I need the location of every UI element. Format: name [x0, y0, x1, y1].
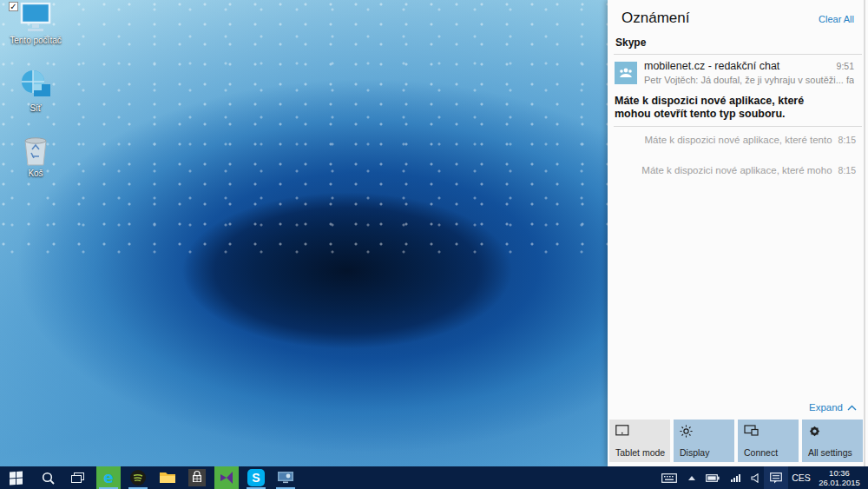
search-button[interactable] [32, 466, 63, 489]
volume-icon[interactable] [746, 466, 764, 489]
quick-action-label: Display [680, 447, 709, 458]
separator [614, 126, 862, 127]
clock[interactable]: 10:36 26.01.2015 [814, 468, 868, 487]
collapsed-notification[interactable]: Máte k dispozici nové aplikace, které mo… [608, 165, 868, 175]
taskbar-app-internet-explorer[interactable]: e [96, 466, 121, 489]
collapsed-notification-text: Máte k dispozici nové aplikace, které te… [645, 135, 832, 145]
action-center-button[interactable] [764, 466, 788, 489]
connect-icon [744, 425, 759, 436]
notification-body: Petr Vojtěch: Já doufal, že ji vyhraju v… [644, 75, 854, 85]
collapsed-notification-time: 8:15 [838, 135, 856, 145]
panel-title: Oznámení [621, 10, 689, 27]
taskbar-app-file-explorer[interactable] [155, 466, 180, 489]
separator [614, 54, 862, 55]
recycle-bin-icon [20, 134, 51, 167]
taskbar-app-skype[interactable]: S [244, 466, 268, 489]
spotify-icon [129, 469, 147, 486]
notification-title: mobilenet.cz - redakční chat [644, 60, 779, 72]
action-center-panel: Oznámení Clear All Skype mobilenet.cz - … [608, 0, 868, 466]
file-explorer-icon [159, 471, 176, 485]
notification-skype[interactable]: mobilenet.cz - redakční chat 9:51 Petr V… [615, 60, 854, 85]
network-signal-icon[interactable] [724, 466, 746, 489]
language-code: CES [792, 472, 811, 483]
clock-time: 10:36 [814, 468, 865, 478]
quick-action-all-settings[interactable]: All settings [802, 420, 863, 462]
quick-actions-row: Tablet mode Display [609, 420, 863, 462]
desktop-icon-recycle-bin[interactable]: Koš [2, 134, 69, 178]
collapsed-notification-time: 8:15 [838, 165, 856, 175]
desktop-icon-label: Síť [30, 103, 41, 113]
taskbar-app-spotify[interactable] [126, 466, 150, 489]
action-center-header: Oznámení Clear All [608, 0, 868, 27]
taskbar-app-windows-store[interactable] [185, 466, 209, 489]
remote-desktop-icon [277, 471, 294, 485]
touch-keyboard-icon[interactable] [656, 466, 682, 489]
network-icon [16, 69, 55, 102]
panel-scrollbar[interactable] [864, 0, 865, 466]
notification-group-app-name[interactable]: Skype [615, 36, 854, 49]
search-icon [42, 472, 55, 485]
show-hidden-icons-button[interactable] [682, 466, 701, 489]
screen: ✓ Tento počítač Síť [0, 0, 868, 489]
quick-action-label: Tablet mode [615, 447, 665, 458]
quick-action-label: Connect [744, 447, 778, 458]
quick-action-label: All settings [808, 447, 852, 458]
collapsed-notification[interactable]: Máte k dispozici nové aplikace, které te… [608, 135, 868, 145]
language-indicator[interactable]: CES [788, 466, 814, 489]
skype-icon: S [247, 469, 265, 486]
quick-action-connect[interactable]: Connect [738, 420, 799, 462]
windows-store-icon [188, 469, 206, 486]
windows-logo-icon [10, 471, 23, 485]
expand-label: Expand [809, 402, 843, 413]
taskbar-app-remote-desktop[interactable] [273, 466, 298, 489]
skype-group-chat-icon [615, 62, 637, 84]
this-pc-icon [16, 3, 55, 34]
brightness-icon [680, 425, 693, 438]
task-view-button[interactable] [63, 466, 91, 489]
desktop-icon-network[interactable]: Síť [2, 69, 69, 113]
chevron-up-icon [847, 405, 857, 411]
taskbar-app-visual-studio[interactable] [214, 466, 239, 489]
action-center-icon [770, 472, 782, 484]
clear-all-button[interactable]: Clear All [819, 14, 854, 24]
quick-action-display[interactable]: Display [674, 420, 734, 462]
tablet-mode-icon [615, 425, 629, 436]
desktop-icon-label: Koš [28, 169, 43, 178]
task-view-icon [71, 472, 84, 483]
notification-group-header[interactable]: Máte k dispozici nové aplikace, které mo… [615, 95, 833, 121]
desktop-icon-this-pc[interactable]: ✓ Tento počítač [2, 3, 69, 45]
notification-time: 9:51 [837, 61, 854, 71]
start-button[interactable] [0, 466, 32, 489]
chevron-up-icon [688, 476, 695, 480]
taskbar: e [0, 466, 868, 489]
expand-button[interactable]: Expand [809, 402, 857, 413]
internet-explorer-icon: e [103, 471, 114, 486]
settings-gear-icon [808, 425, 821, 438]
desktop-icon-label: Tento počítač [10, 36, 61, 45]
collapsed-notification-text: Máte k dispozici nové aplikace, které mo… [641, 165, 832, 175]
clock-date: 26.01.2015 [814, 478, 865, 487]
battery-icon[interactable] [701, 466, 724, 489]
selection-checkbox-icon[interactable]: ✓ [9, 2, 18, 11]
system-tray: CES 10:36 26.01.2015 [656, 466, 868, 489]
visual-studio-icon [219, 471, 234, 485]
quick-action-tablet-mode[interactable]: Tablet mode [609, 420, 670, 462]
